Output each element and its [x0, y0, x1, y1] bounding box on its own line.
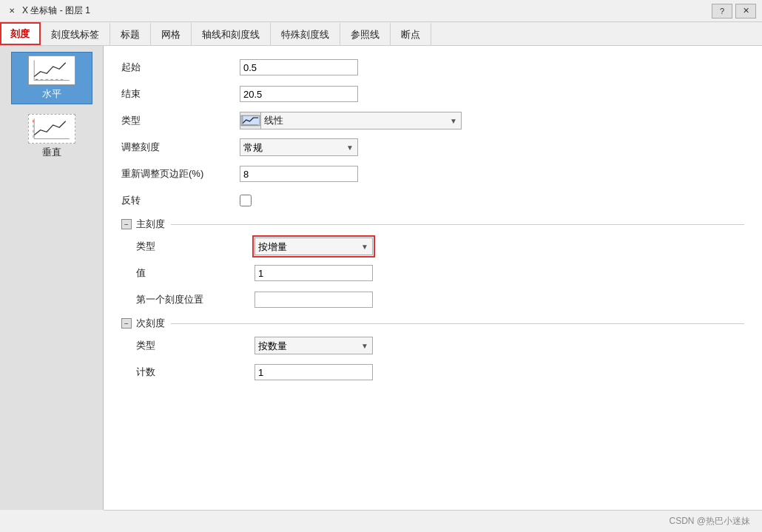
margin-input[interactable]: [240, 166, 358, 182]
major-section-content: 类型 按增量 按数量 刻度 ▼ 值 第一个刻度位置: [121, 237, 744, 309]
type-label: 类型: [121, 114, 240, 127]
count-row: 计数: [136, 363, 744, 382]
adjust-row: 调整刻度 常规 自动 手动 ▼: [121, 138, 744, 157]
tab-网格[interactable]: 网格: [151, 22, 192, 45]
start-input[interactable]: [240, 59, 358, 75]
title-bar-left: ✕ X 坐标轴 - 图层 1: [6, 4, 90, 17]
major-type-highlighted-wrapper: 按增量 按数量 刻度 ▼: [254, 238, 373, 255]
minor-type-select[interactable]: 按数量 按增量: [254, 337, 373, 354]
first-tick-label: 第一个刻度位置: [136, 293, 254, 306]
type-select-text: 线性: [261, 114, 446, 127]
minor-collapse-btn[interactable]: −: [121, 318, 132, 329]
sidebar-label-水平: 水平: [42, 87, 61, 101]
margin-label: 重新调整页边距(%): [121, 167, 240, 181]
reverse-row: 反转: [121, 191, 744, 210]
main-layout: 水平 垂直 起始 结束 类型: [0, 46, 762, 510]
title-bar-controls: ? ✕: [712, 4, 756, 18]
svg-rect-9: [31, 116, 71, 141]
tab-标题[interactable]: 标题: [110, 22, 151, 45]
adjust-select[interactable]: 常规 自动 手动: [240, 138, 358, 156]
svg-rect-8: [60, 79, 62, 80]
minor-section-title: 次刻度: [136, 317, 165, 330]
tab-刻度线标签[interactable]: 刻度线标签: [41, 22, 110, 45]
major-collapse-btn[interactable]: −: [121, 219, 132, 229]
svg-rect-3: [35, 79, 37, 80]
watermark-text: CSDN @热巴小迷妹: [669, 515, 750, 528]
tab-bar: 刻度刻度线标签标题网格轴线和刻度线特殊刻度线参照线断点: [0, 22, 762, 46]
tab-断点[interactable]: 断点: [391, 22, 431, 45]
type-dropdown-btn[interactable]: ▼: [446, 112, 461, 129]
type-icon-box: [240, 112, 261, 129]
major-section-header: − 主刻度: [121, 218, 744, 231]
minor-section-line: [171, 323, 744, 324]
svg-rect-4: [40, 79, 42, 80]
svg-rect-15: [33, 135, 33, 138]
sidebar-icon-svg-horizontal: [30, 58, 73, 83]
svg-rect-6: [50, 79, 53, 80]
svg-rect-12: [33, 120, 33, 122]
start-label: 起始: [121, 61, 240, 74]
reverse-label: 反转: [121, 194, 240, 207]
svg-rect-13: [33, 125, 33, 127]
end-input[interactable]: [240, 86, 358, 102]
minor-type-select-wrapper: 按数量 按增量 ▼: [254, 337, 373, 354]
value-row: 值: [136, 263, 744, 283]
tab-特殊刻度线[interactable]: 特殊刻度线: [271, 22, 340, 45]
svg-rect-14: [33, 130, 33, 132]
major-type-label: 类型: [136, 240, 254, 253]
minor-section-content: 类型 按数量 按增量 ▼ 计数: [121, 336, 744, 382]
svg-rect-7: [55, 79, 58, 80]
minor-section-header: − 次刻度: [121, 317, 744, 330]
svg-rect-5: [45, 79, 47, 80]
adjust-label: 调整刻度: [121, 141, 240, 154]
end-label: 结束: [121, 87, 240, 101]
minor-type-row: 类型 按数量 按增量 ▼: [136, 336, 744, 355]
title-bar: ✕ X 坐标轴 - 图层 1 ? ✕: [0, 0, 762, 22]
sidebar-item-垂直[interactable]: 垂直: [11, 110, 92, 163]
sidebar-label-垂直: 垂直: [42, 146, 61, 159]
sidebar-icon-垂直: [28, 114, 75, 144]
start-row: 起始: [121, 58, 744, 77]
sidebar-icon-svg-vertical: [30, 116, 73, 141]
major-type-row: 类型 按增量 按数量 刻度 ▼: [136, 237, 744, 256]
first-tick-input[interactable]: [254, 292, 373, 308]
minor-type-label: 类型: [136, 339, 254, 352]
sidebar-item-水平[interactable]: 水平: [11, 52, 92, 104]
content-area: 起始 结束 类型 线性 ▼: [104, 46, 762, 510]
margin-row: 重新调整页边距(%): [121, 164, 744, 183]
reverse-checkbox[interactable]: [240, 195, 252, 206]
major-type-select[interactable]: 按增量 按数量 刻度: [254, 238, 373, 255]
major-section-line: [171, 224, 744, 225]
title-bar-icon: ✕: [6, 5, 18, 17]
major-section-title: 主刻度: [136, 218, 165, 231]
help-button[interactable]: ?: [712, 4, 732, 18]
sidebar: 水平 垂直: [0, 46, 104, 510]
bottom-bar: CSDN @热巴小迷妹: [104, 510, 762, 532]
type-icon-svg: [240, 114, 260, 127]
type-select-container: 线性 ▼: [240, 112, 462, 129]
close-button[interactable]: ✕: [735, 4, 756, 18]
adjust-select-wrapper: 常规 自动 手动 ▼: [240, 138, 358, 156]
count-input[interactable]: [254, 364, 373, 380]
value-label: 值: [136, 266, 254, 280]
first-tick-row: 第一个刻度位置: [136, 290, 744, 309]
tab-参照线[interactable]: 参照线: [340, 22, 391, 45]
type-row: 类型 线性 ▼: [121, 111, 744, 130]
tab-轴线和刻度线[interactable]: 轴线和刻度线: [192, 22, 271, 45]
sidebar-icon-水平: [28, 55, 75, 85]
count-label: 计数: [136, 366, 254, 379]
value-input[interactable]: [254, 265, 373, 281]
window-title: X 坐标轴 - 图层 1: [22, 4, 90, 17]
tab-刻度[interactable]: 刻度: [0, 22, 41, 45]
end-row: 结束: [121, 84, 744, 104]
